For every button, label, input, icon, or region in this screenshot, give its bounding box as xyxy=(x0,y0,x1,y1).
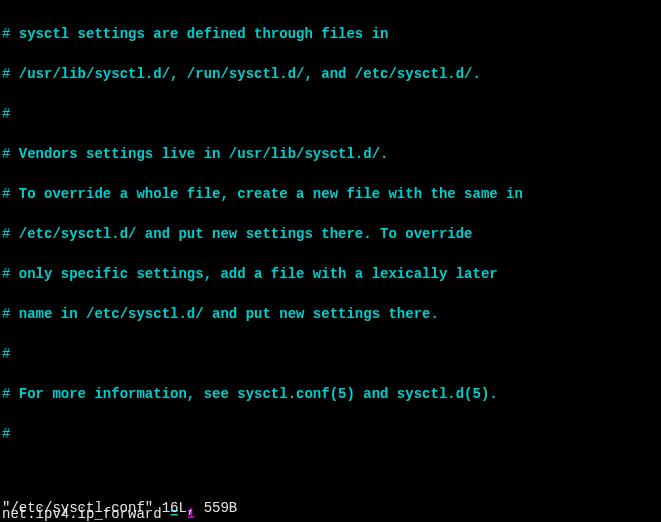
comment-line: # name in /etc/sysctl.d/ and put new set… xyxy=(2,304,659,324)
comment-line: # xyxy=(2,104,659,124)
comment-line: # To override a whole file, create a new… xyxy=(2,184,659,204)
comment-line: # sysctl settings are defined through fi… xyxy=(2,24,659,44)
comment-text: sysctl settings are defined through file… xyxy=(19,26,389,42)
comment-line: # /usr/lib/sysctl.d/, /run/sysctl.d/, an… xyxy=(2,64,659,84)
comment-line: # only specific settings, add a file wit… xyxy=(2,264,659,284)
comment-text: name in /etc/sysctl.d/ and put new setti… xyxy=(19,306,439,322)
comment-line: # xyxy=(2,344,659,364)
hash: # xyxy=(2,346,10,362)
comment-line: # For more information, see sysctl.conf(… xyxy=(2,384,659,404)
comment-text: Vendors settings live in /usr/lib/sysctl… xyxy=(19,146,389,162)
comment-text: To override a whole file, create a new f… xyxy=(19,186,523,202)
hash: # xyxy=(2,146,10,162)
hash: # xyxy=(2,66,10,82)
comment-line: # Vendors settings live in /usr/lib/sysc… xyxy=(2,144,659,164)
hash: # xyxy=(2,26,10,42)
hash: # xyxy=(2,386,10,402)
hash: # xyxy=(2,106,10,122)
comment-text: /etc/sysctl.d/ and put new settings ther… xyxy=(19,226,473,242)
terminal-editor[interactable]: # sysctl settings are defined through fi… xyxy=(0,0,661,522)
hash: # xyxy=(2,306,10,322)
comment-line: # xyxy=(2,424,659,444)
comment-text: For more information, see sysctl.conf(5)… xyxy=(19,386,498,402)
blank-line xyxy=(2,464,659,484)
hash: # xyxy=(2,266,10,282)
comment-text: /usr/lib/sysctl.d/, /run/sysctl.d/, and … xyxy=(19,66,481,82)
hash: # xyxy=(2,226,10,242)
comment-line: # /etc/sysctl.d/ and put new settings th… xyxy=(2,224,659,244)
hash: # xyxy=(2,426,10,442)
status-line: "/etc/sysctl.conf" 16L, 559B xyxy=(2,498,237,518)
comment-text: only specific settings, add a file with … xyxy=(19,266,498,282)
hash: # xyxy=(2,186,10,202)
